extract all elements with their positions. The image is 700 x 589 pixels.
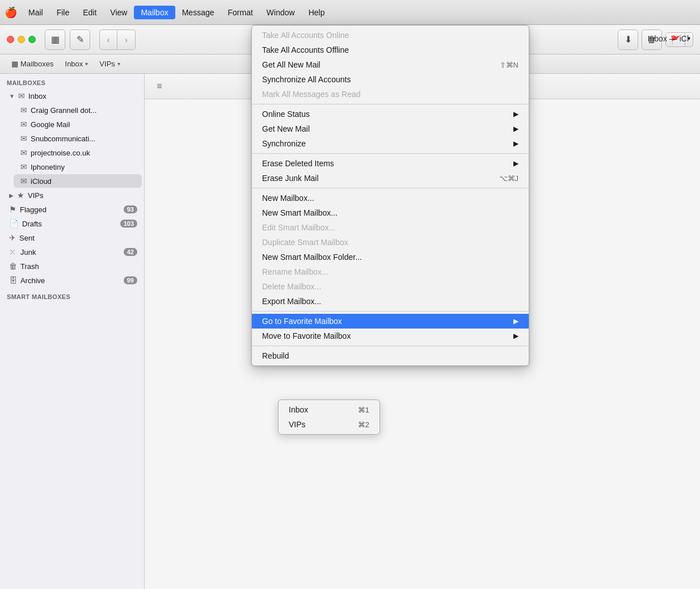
sidebar-item-drafts[interactable]: 📄 Drafts 103 [2,217,142,230]
iphonetiny-label: Iphonetiny [31,163,137,171]
menu-item-rebuild[interactable]: Rebuild [252,348,529,363]
sidebar-item-google[interactable]: ✉ Google Mail [14,117,142,131]
sidebar-item-vips[interactable]: ▶ ★ VIPs [2,188,142,202]
online-status-arrow: ▶ [513,110,518,118]
sidebar-item-icloud[interactable]: ✉ iCloud [14,174,142,188]
menu-item-move-to-favorite[interactable]: Move to Favorite Mailbox ▶ [252,329,529,343]
vips-label: VIPs [99,60,115,68]
vips-icon: ★ [17,191,24,200]
sidebar-item-sent[interactable]: ✈ Sent [2,231,142,245]
sidebar-item-trash[interactable]: 🗑 Trash [2,259,142,273]
synchronize-all-label: Synchronize All Accounts [262,75,351,84]
trash-sidebar-icon: 🗑 [9,262,17,271]
snub-icon: ✉ [20,134,27,143]
inbox-favorite[interactable]: Inbox ▾ [61,58,93,69]
vips-label: VIPs [28,191,137,200]
get-all-new-mail-shortcut: ⇧⌘N [500,61,518,69]
menu-item-new-mailbox[interactable]: New Mailbox... [252,191,529,205]
archive-button[interactable]: ⬇ [618,30,638,50]
sidebar-item-archive[interactable]: 🗄 Archive 99 [2,274,142,287]
menu-mail[interactable]: Mail [22,6,50,19]
menu-item-go-to-favorite[interactable]: Go to Favorite Mailbox ▶ [252,314,529,329]
inbox-label: Inbox [65,60,83,68]
craig-icon: ✉ [20,106,27,115]
menu-format[interactable]: Format [221,6,260,19]
maximize-button[interactable] [28,36,36,43]
menu-item-online-status[interactable]: Online Status ▶ [252,107,529,121]
icloud-icon: ✉ [20,176,27,186]
mailboxes-section-header: Mailboxes [0,74,144,89]
menu-help[interactable]: Help [302,6,332,19]
sidebar-item-iphonetiny[interactable]: ✉ Iphonetiny [14,160,142,174]
submenu-vips-shortcut: ⌘2 [358,420,369,429]
submenu-inbox[interactable]: Inbox ⌘1 [279,402,379,417]
submenu-vips[interactable]: VIPs ⌘2 [279,417,379,432]
menu-item-mark-all-read: Mark All Messages as Read [252,87,529,102]
menu-message[interactable]: Message [175,6,221,19]
menu-view[interactable]: View [103,6,134,19]
sidebar-icon: ▦ [51,34,60,45]
menu-item-erase-junk[interactable]: Erase Junk Mail ⌥⌘J [252,171,529,186]
nav-back-button[interactable]: ‹ [99,30,117,50]
submenu-inbox-shortcut: ⌘1 [358,406,369,414]
sidebar-item-craig[interactable]: ✉ Craig Grannell dot... [14,103,142,117]
menu-item-new-smart-mailbox[interactable]: New Smart Mailbox... [252,205,529,220]
flagged-icon: ⚑ [9,205,16,214]
minimize-button[interactable] [18,36,25,43]
close-button[interactable] [7,36,14,43]
junk-icon: ⛌ [9,247,17,256]
menu-mailbox[interactable]: Mailbox [134,6,175,19]
export-mailbox-label: Export Mailbox... [262,297,321,306]
menu-item-delete-mailbox: Delete Mailbox... [252,279,529,294]
menu-item-duplicate-smart: Duplicate Smart Mailbox [252,235,529,250]
menu-item-synchronize[interactable]: Synchronize ▶ [252,136,529,151]
inbox-children: ✉ Craig Grannell dot... ✉ Google Mail ✉ … [0,103,144,188]
sidebar-item-snub[interactable]: ✉ Snubcommunicati... [14,132,142,145]
menu-item-new-smart-folder[interactable]: New Smart Mailbox Folder... [252,250,529,264]
rename-mailbox-label: Rename Mailbox... [262,267,328,276]
menu-file[interactable]: File [50,6,77,19]
go-to-favorite-submenu: Inbox ⌘1 VIPs ⌘2 [278,399,380,435]
edit-smart-mailbox-label: Edit Smart Mailbox... [262,223,335,232]
filter-button[interactable]: ≡ [151,78,167,94]
erase-deleted-label: Erase Deleted Items [262,159,334,168]
erase-deleted-arrow: ▶ [513,159,518,167]
separator-5 [252,346,529,346]
menu-edit[interactable]: Edit [76,6,103,19]
erase-junk-label: Erase Junk Mail [262,174,319,183]
mailboxes-icon: ▦ [11,60,18,68]
back-icon: ‹ [107,35,110,44]
sidebar-toggle-button[interactable]: ▦ [45,30,65,50]
sidebar-item-junk[interactable]: ⛌ Junk 42 [2,245,142,259]
projectnoise-icon: ✉ [20,148,27,157]
sidebar-item-flagged[interactable]: ⚑ Flagged 93 [2,203,142,216]
apple-menu[interactable]: 🍎 [5,6,17,19]
compose-button[interactable]: ✎ [70,30,90,50]
menu-item-synchronize-all[interactable]: Synchronize All Accounts [252,72,529,87]
menu-bar: 🍎 Mail File Edit View Mailbox Message Fo… [0,0,700,25]
junk-label: Junk [20,248,120,256]
menu-item-take-all-offline[interactable]: Take All Accounts Offline [252,43,529,57]
separator-3 [252,188,529,188]
take-all-offline-label: Take All Accounts Offline [262,45,349,54]
flagged-badge: 93 [124,205,137,213]
menu-item-export-mailbox[interactable]: Export Mailbox... [252,294,529,309]
get-new-mail-arrow: ▶ [513,125,518,133]
window-title: Inbox — iCl [648,34,689,43]
new-smart-mailbox-label: New Smart Mailbox... [262,208,338,217]
vips-favorite[interactable]: VIPs ▾ [95,58,124,69]
duplicate-smart-label: Duplicate Smart Mailbox [262,238,348,247]
sidebar-item-projectnoise[interactable]: ✉ projectnoise.co.uk [14,146,142,159]
mailboxes-favorite[interactable]: ▦ Mailboxes [7,58,58,69]
submenu-vips-label: VIPs [289,420,306,429]
menu-window[interactable]: Window [260,6,302,19]
sidebar-item-inbox[interactable]: ▼ ✉ Inbox [2,89,142,103]
nav-forward-button[interactable]: › [117,30,136,50]
vips-disclosure-icon: ▶ [9,192,14,199]
move-to-favorite-arrow: ▶ [513,332,518,340]
menu-item-erase-deleted[interactable]: Erase Deleted Items ▶ [252,156,529,171]
menu-item-rename-mailbox: Rename Mailbox... [252,264,529,279]
mark-all-read-label: Mark All Messages as Read [262,90,361,99]
menu-item-get-new-mail[interactable]: Get New Mail ▶ [252,121,529,136]
menu-item-get-all-new-mail[interactable]: Get All New Mail ⇧⌘N [252,57,529,72]
